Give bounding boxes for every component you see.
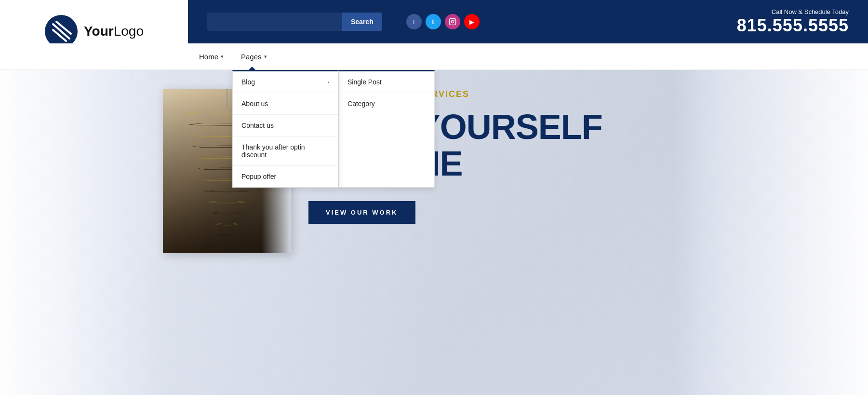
dropdown-item-popup[interactable]: Popup offer [233,166,338,187]
dropdown-triangle [247,67,257,71]
dropdown-item-contact[interactable]: Contact us [233,115,338,136]
call-label: Call Now & Schedule Today [737,8,849,15]
logo-text: YourLogo [84,24,144,39]
search-input[interactable] [207,13,342,31]
call-number: 815.555.5555 [737,15,849,36]
dropdown-item-single-post[interactable]: Single Post [339,71,434,93]
social-icons: f 𝕥 ▶ [406,14,480,29]
curtain-left [0,70,164,395]
twitter-icon[interactable]: 𝕥 [426,14,441,29]
dropdown-item-thankyou[interactable]: Thank you after optin discount [233,136,338,166]
dropdown-secondary: Single Post Category [338,70,435,188]
search-container: Search [207,13,382,31]
nav-bar: Home ▾ Pages ▾ Blog › About us Contact u… [0,43,868,70]
top-bar-left: Search f 𝕥 ▶ [207,13,737,31]
svg-point-5 [451,20,454,23]
nav-home[interactable]: Home ▾ [190,43,232,70]
svg-point-6 [454,20,455,21]
dropdown-primary: Blog › About us Contact us Thank you aft… [232,70,338,188]
dropdown-item-category[interactable]: Category [339,93,434,114]
call-section: Call Now & Schedule Today 815.555.5555 [737,8,849,36]
blog-chevron-icon: › [327,79,329,85]
youtube-icon[interactable]: ▶ [464,14,480,29]
svg-rect-4 [449,18,455,25]
instagram-icon[interactable] [445,14,460,29]
search-button[interactable]: Search [342,13,382,31]
nav-pages[interactable]: Pages ▾ Blog › About us Contact us Thank… [232,43,276,70]
hero-cta-button[interactable]: VIEW OUR WORK [308,201,415,224]
pages-dropdown: Blog › About us Contact us Thank you aft… [232,70,435,188]
dropdown-item-about[interactable]: About us [233,93,338,115]
facebook-icon[interactable]: f [406,14,422,29]
home-chevron-icon: ▾ [221,54,224,60]
dropdown-item-blog[interactable]: Blog › [233,71,338,93]
pages-chevron-icon: ▾ [264,54,267,60]
